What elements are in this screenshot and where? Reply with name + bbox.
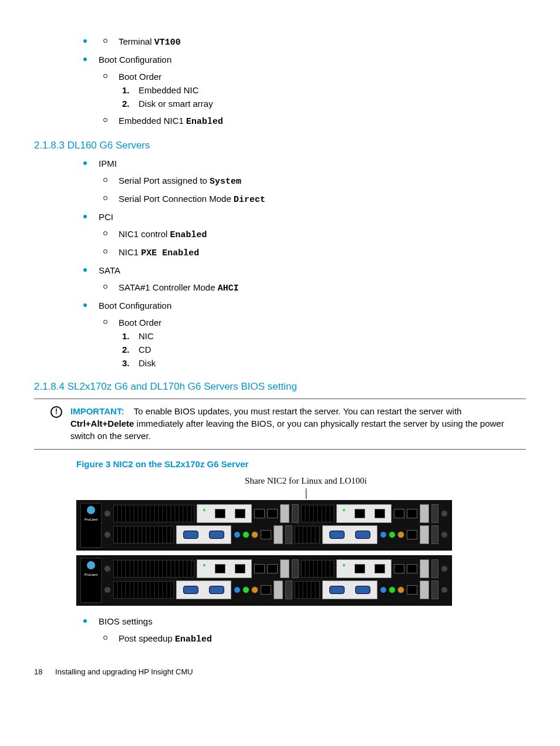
server-chassis: ProLiant <box>76 500 452 551</box>
figure-caption: Share NIC2 for Linux and LO100i <box>81 475 531 487</box>
list-item: Disk <box>119 357 526 369</box>
text: Terminal <box>119 36 154 46</box>
important-icon: ! <box>50 406 62 418</box>
list-item: Post speedup Enabled <box>99 632 526 646</box>
list-item: Boot Configuration Boot Order NIC CD Dis… <box>79 299 526 369</box>
pointer-line <box>306 488 306 499</box>
text: Embedded NIC1 <box>119 116 186 126</box>
text: IPMI <box>99 158 117 168</box>
list-item: Disk or smart array <box>119 97 526 110</box>
figure-title: Figure 3 NIC2 on the SL2x170z G6 Server <box>76 458 526 470</box>
footer-title: Installing and upgrading HP Insight CMU <box>55 667 193 676</box>
important-text: IMPORTANT: To enable BIOS updates, you m… <box>70 405 524 442</box>
server-chassis: ProLiant <box>76 555 452 606</box>
text: Boot Configuration <box>99 301 171 310</box>
list-item: NIC <box>119 330 526 342</box>
list-item: Serial Port assigned to System <box>99 174 526 188</box>
page-number: 18 <box>34 667 42 676</box>
list-item: Boot Configuration Boot Order Embedded N… <box>79 53 526 128</box>
list-item: NIC1 PXE Enabled <box>99 246 526 259</box>
hp-logo: ProLiant <box>80 558 102 603</box>
list-item: Embedded NIC <box>119 84 526 96</box>
text: SATA <box>99 265 120 275</box>
figure: Share NIC2 for Linux and LO100i ProLiant <box>76 475 526 606</box>
list-item: Terminal VT100 <box>99 35 526 49</box>
important-callout: ! IMPORTANT: To enable BIOS updates, you… <box>34 399 526 450</box>
text: PCI <box>99 212 113 222</box>
text: Boot Order <box>119 72 161 82</box>
code: VT100 <box>154 38 181 48</box>
list-item: IPMI Serial Port assigned to System Seri… <box>79 157 526 206</box>
text: Boot Configuration <box>99 55 171 65</box>
section-heading: 2.1.8.3 DL160 G6 Servers <box>34 139 526 153</box>
list-item: CD <box>119 343 526 356</box>
page-footer: 18 Installing and upgrading HP Insight C… <box>34 667 526 677</box>
list-item: Serial Port Connection Mode Direct <box>99 193 526 206</box>
list-item: Boot Order Embedded NIC Disk or smart ar… <box>99 70 526 110</box>
text: BIOS settings <box>99 616 153 626</box>
hp-logo: ProLiant <box>80 503 102 548</box>
list-item: PCI NIC1 control Enabled NIC1 PXE Enable… <box>79 211 526 259</box>
list-item: SATA#1 Controller Mode AHCI <box>99 281 526 295</box>
list-item: BIOS settings Post speedup Enabled <box>79 615 526 646</box>
section-heading: 2.1.8.4 SL2x170z G6 and DL170h G6 Server… <box>34 380 526 394</box>
list-item: NIC1 control Enabled <box>99 228 526 241</box>
list-item: Boot Order NIC CD Disk <box>99 316 526 369</box>
list-item: SATA SATA#1 Controller Mode AHCI <box>79 264 526 295</box>
code: Enabled <box>186 117 223 127</box>
list-item: Embedded NIC1 Enabled <box>99 114 526 128</box>
